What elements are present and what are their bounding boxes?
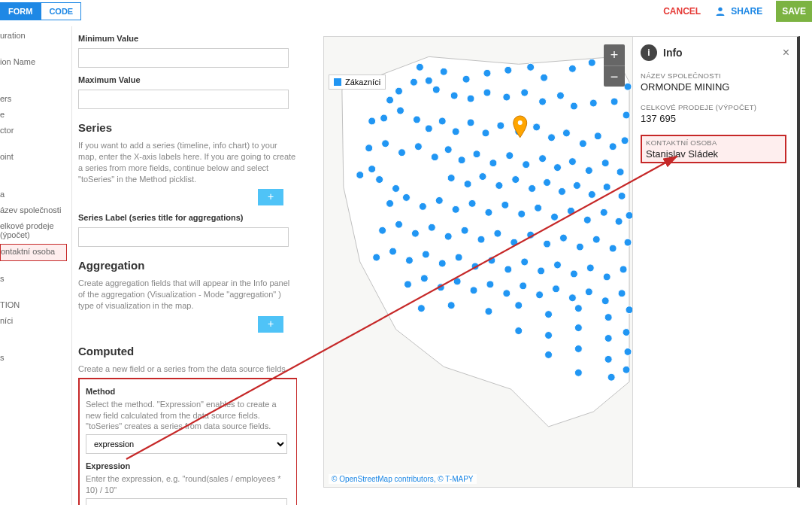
map-point[interactable] — [486, 281, 494, 288]
map-point[interactable] — [462, 75, 470, 83]
map-point[interactable] — [558, 187, 565, 195]
map-point[interactable] — [527, 231, 535, 239]
map-point[interactable] — [515, 302, 523, 309]
map-point[interactable] — [568, 294, 576, 302]
map-point[interactable] — [574, 305, 582, 312]
map-point[interactable] — [488, 257, 495, 264]
map-point[interactable] — [567, 207, 574, 214]
map-point[interactable] — [544, 240, 551, 248]
map-point[interactable] — [395, 87, 403, 95]
map-point[interactable] — [425, 77, 432, 84]
map-point[interactable] — [607, 373, 615, 381]
map-point[interactable] — [538, 267, 545, 275]
map-point[interactable] — [411, 230, 419, 237]
map-point[interactable] — [623, 329, 630, 336]
map-point[interactable] — [609, 143, 617, 151]
map-point[interactable] — [624, 239, 632, 246]
map-point[interactable] — [503, 290, 511, 297]
map-point[interactable] — [477, 236, 485, 243]
map-point[interactable] — [425, 125, 432, 132]
map-point[interactable] — [398, 149, 406, 157]
map-point[interactable] — [438, 117, 446, 125]
map-point[interactable] — [545, 351, 553, 358]
map-point[interactable] — [615, 217, 623, 225]
map-point[interactable] — [574, 324, 582, 332]
map-point[interactable] — [609, 245, 617, 252]
tab-form[interactable]: FORM — [0, 2, 41, 20]
map-point[interactable] — [435, 196, 443, 204]
map-point[interactable] — [618, 192, 626, 199]
map-point[interactable] — [467, 95, 474, 102]
map-point[interactable] — [479, 173, 486, 181]
map-point[interactable] — [468, 199, 476, 207]
map-point[interactable] — [603, 184, 611, 191]
map-point[interactable] — [495, 182, 503, 190]
map-point[interactable] — [623, 366, 630, 373]
map-point[interactable] — [621, 137, 629, 144]
map-point[interactable] — [576, 243, 583, 251]
close-icon[interactable]: × — [783, 46, 789, 59]
map-point[interactable] — [494, 230, 501, 237]
map-point[interactable] — [521, 258, 529, 266]
map-point[interactable] — [570, 102, 577, 110]
map-point[interactable] — [404, 281, 411, 288]
map-point[interactable] — [431, 154, 438, 161]
map-point[interactable] — [520, 282, 527, 290]
map-point[interactable] — [450, 92, 458, 99]
map-point[interactable] — [405, 257, 413, 264]
tab-code[interactable]: CODE — [41, 2, 81, 20]
map-point[interactable] — [402, 193, 410, 201]
map-point[interactable] — [518, 210, 526, 217]
map-point[interactable] — [554, 164, 562, 172]
map-point[interactable] — [382, 140, 389, 148]
max-value-input[interactable] — [78, 90, 289, 109]
map-point[interactable] — [432, 86, 440, 93]
map-point[interactable] — [397, 107, 404, 114]
map-point[interactable] — [428, 224, 435, 231]
map-point[interactable] — [497, 122, 504, 129]
map-point[interactable] — [515, 327, 523, 335]
map-point[interactable] — [447, 175, 455, 182]
map-point[interactable] — [380, 114, 388, 122]
map-point[interactable] — [586, 264, 594, 272]
map-point[interactable] — [471, 263, 479, 270]
map-point[interactable] — [444, 233, 452, 240]
zoom-out-button[interactable]: − — [604, 65, 625, 87]
map-point[interactable] — [485, 308, 492, 315]
map-point[interactable] — [503, 93, 511, 101]
map-point[interactable] — [624, 348, 632, 355]
map-point[interactable] — [414, 143, 422, 151]
map-point[interactable] — [373, 254, 380, 261]
map-point[interactable] — [611, 98, 618, 105]
map-point[interactable] — [585, 288, 592, 296]
map-point[interactable] — [420, 275, 428, 282]
map-point[interactable] — [553, 285, 560, 293]
map-point[interactable] — [392, 185, 400, 193]
map-point[interactable] — [618, 290, 626, 297]
map-point[interactable] — [386, 96, 394, 104]
map-point[interactable] — [617, 169, 624, 176]
map-point[interactable] — [594, 132, 601, 140]
map-point[interactable] — [483, 89, 491, 96]
map-point[interactable] — [554, 261, 562, 269]
map-point[interactable] — [556, 92, 564, 99]
map-point[interactable] — [568, 158, 576, 166]
map-point[interactable] — [533, 123, 541, 131]
map-point[interactable] — [539, 155, 547, 163]
map-point[interactable] — [601, 160, 609, 167]
map-point[interactable] — [521, 89, 529, 96]
map-point[interactable] — [485, 208, 492, 216]
map-point[interactable] — [585, 167, 592, 175]
share-button[interactable]: SHARE — [714, 5, 762, 17]
map-point[interactable] — [395, 221, 403, 228]
map-point[interactable] — [544, 179, 551, 187]
map-point[interactable] — [545, 332, 553, 339]
map-point[interactable] — [626, 211, 632, 219]
map-point[interactable] — [356, 172, 364, 179]
map-point[interactable] — [365, 144, 373, 152]
map-point[interactable] — [506, 152, 514, 160]
min-value-input[interactable] — [78, 48, 289, 68]
map-point[interactable] — [573, 182, 580, 190]
map-point[interactable] — [464, 181, 471, 188]
map-point[interactable] — [416, 63, 423, 71]
